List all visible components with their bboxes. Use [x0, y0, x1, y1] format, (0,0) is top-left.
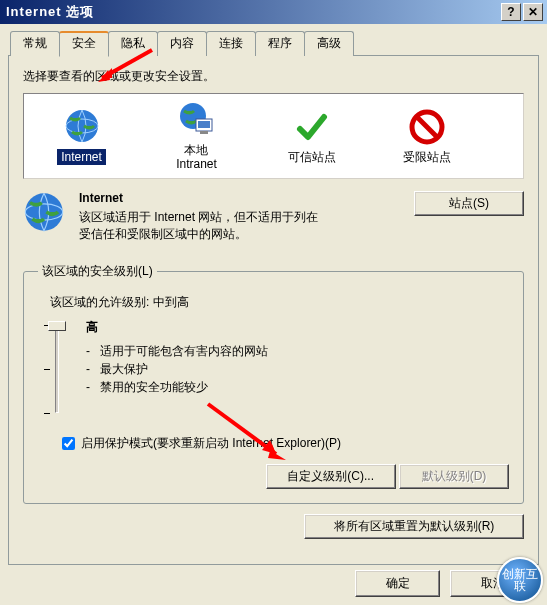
security-slider[interactable] [42, 319, 70, 419]
watermark-logo: 创新互联 [497, 557, 543, 603]
zone-details: Internet 该区域适用于 Internet 网站，但不适用于列在受信任和受… [23, 191, 524, 243]
tab-privacy[interactable]: 隐私 [108, 31, 158, 56]
security-legend: 该区域的安全级别(L) [38, 263, 157, 280]
titlebar-buttons: ? ✕ [501, 3, 543, 21]
zone-title: Internet [79, 191, 400, 205]
checkmark-icon [293, 108, 331, 146]
zone-item-trusted[interactable]: 可信站点 [264, 108, 359, 164]
allowed-levels: 该区域的允许级别: 中到高 [50, 294, 509, 311]
zone-item-restricted[interactable]: 受限站点 [379, 108, 474, 164]
zone-prompt: 选择要查看的区域或更改安全设置。 [23, 68, 524, 85]
zone-label: 本地 Intranet [176, 143, 217, 172]
help-button[interactable]: ? [501, 3, 521, 21]
slider-desc: 高 适用于可能包含有害内容的网站 最大保护 禁用的安全功能较少 [86, 319, 509, 419]
dialog-body: 常规 安全 隐私 内容 连接 程序 高级 选择要查看的区域或更改安全设置。 In… [0, 24, 547, 571]
tab-programs[interactable]: 程序 [255, 31, 305, 56]
close-button[interactable]: ✕ [523, 3, 543, 21]
restricted-icon [408, 108, 446, 146]
reset-all-button[interactable]: 将所有区域重置为默认级别(R) [304, 514, 524, 539]
protected-mode-label: 启用保护模式(要求重新启动 Internet Explorer)(P) [81, 435, 341, 452]
tab-panel: 选择要查看的区域或更改安全设置。 Internet 本地 Intranet 可信… [8, 55, 539, 565]
sites-button[interactable]: 站点(S) [414, 191, 524, 216]
level-bullet: 最大保护 [86, 360, 509, 378]
protected-mode-checkbox[interactable] [62, 437, 75, 450]
ok-button[interactable]: 确定 [355, 570, 440, 597]
custom-level-button[interactable]: 自定义级别(C)... [266, 464, 396, 489]
tab-content[interactable]: 内容 [157, 31, 207, 56]
protected-mode-row: 启用保护模式(要求重新启动 Internet Explorer)(P) [62, 435, 509, 452]
svg-rect-4 [198, 121, 210, 128]
globe-icon [63, 107, 101, 145]
zone-list[interactable]: Internet 本地 Intranet 可信站点 受限站点 [23, 93, 524, 179]
intranet-icon [178, 101, 216, 139]
globe-icon [23, 191, 65, 233]
zone-label: 可信站点 [288, 150, 336, 164]
tab-security[interactable]: 安全 [59, 31, 109, 57]
titlebar-text: Internet 选项 [4, 3, 501, 21]
titlebar: Internet 选项 ? ✕ [0, 0, 547, 24]
tab-connections[interactable]: 连接 [206, 31, 256, 56]
default-level-button[interactable]: 默认级别(D) [399, 464, 509, 489]
level-bullet: 禁用的安全功能较少 [86, 378, 509, 396]
zone-desc: 该区域适用于 Internet 网站，但不适用于列在受信任和受限制区域中的网站。 [79, 209, 329, 243]
svg-line-7 [417, 117, 437, 137]
tab-general[interactable]: 常规 [10, 31, 60, 56]
zone-item-intranet[interactable]: 本地 Intranet [149, 101, 244, 172]
level-bullet: 适用于可能包含有害内容的网站 [86, 342, 509, 360]
security-level-group: 该区域的安全级别(L) 该区域的允许级别: 中到高 高 适用于可能包含有害内容的… [23, 263, 524, 504]
tab-strip: 常规 安全 隐私 内容 连接 程序 高级 [10, 31, 539, 56]
zone-item-internet[interactable]: Internet [34, 107, 129, 165]
tab-advanced[interactable]: 高级 [304, 31, 354, 56]
zone-label: 受限站点 [403, 150, 451, 164]
zone-label: Internet [57, 149, 106, 165]
svg-rect-5 [200, 131, 208, 134]
level-name: 高 [86, 319, 509, 336]
